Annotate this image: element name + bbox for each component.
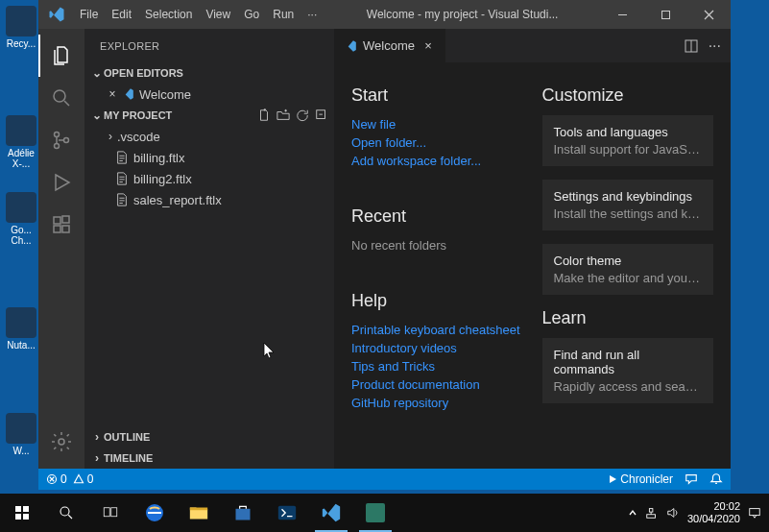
welcome-page: Start New file Open folder... Add worksp… [334,62,731,469]
taskbar-explorer[interactable] [177,494,221,532]
link-github[interactable]: GitHub repository [351,394,523,412]
file-icon [113,151,131,164]
svg-rect-30 [649,509,653,513]
refresh-icon[interactable] [296,109,309,122]
chevron-right-icon: › [90,451,104,465]
tray-notifications-icon[interactable] [748,506,761,520]
search-icon [50,86,73,109]
svg-point-2 [54,90,65,102]
activity-search[interactable] [38,77,84,119]
link-cheatsheet[interactable]: Printable keyboard cheatsheet [351,321,523,339]
tray-chevron-icon[interactable] [628,508,637,518]
taskbar-powershell[interactable] [265,494,309,532]
desktop-icon-recycle[interactable]: Recy... [2,6,40,49]
menu-edit[interactable]: Edit [105,0,138,29]
status-bell[interactable] [709,472,723,486]
timeline-section[interactable]: › TIMELINE [84,447,334,469]
recent-heading: Recent [351,206,523,227]
desktop-icon-chrome[interactable]: Go... Ch... [2,192,40,246]
open-editors-section[interactable]: ⌄ OPEN EDITORS [84,62,334,84]
maximize-button[interactable] [644,0,687,29]
link-docs[interactable]: Product documentation [351,375,523,394]
activity-extensions[interactable] [38,204,84,246]
card-color-theme[interactable]: Color theme Make the editor and your ... [542,244,714,295]
tray-volume-icon[interactable] [666,506,680,520]
source-control-icon [50,129,73,152]
file-billing2[interactable]: billing2.ftlx [84,168,334,189]
recent-empty: No recent folders [351,236,523,254]
play-icon [608,474,617,484]
close-icon[interactable]: × [106,87,119,101]
tab-close-icon[interactable]: × [421,38,436,53]
card-settings-keybindings[interactable]: Settings and keybindings Install the set… [542,180,714,230]
warning-icon [73,473,84,485]
close-button[interactable] [687,0,731,29]
menu-go[interactable]: Go [237,0,266,29]
svg-rect-20 [23,514,29,520]
ie-icon [143,501,166,524]
project-section[interactable]: ⌄ MY PROJECT [84,105,334,126]
svg-rect-19 [15,514,21,520]
file-sales-report[interactable]: sales_report.ftlx [84,189,334,210]
taskbar-ie[interactable] [132,494,177,532]
svg-rect-9 [62,226,69,232]
desktop-icon-adelie[interactable]: Adélie X-... [2,115,40,169]
chevron-right-icon: › [90,430,104,444]
desktop-icon-w[interactable]: W... [2,413,40,456]
status-feedback[interactable] [685,472,698,486]
card-find-commands[interactable]: Find and run all commands Rapidly access… [542,338,714,403]
open-editor-welcome[interactable]: × Welcome [84,84,334,105]
extensions-icon [50,213,73,236]
file-icon [113,172,131,185]
link-intro-videos[interactable]: Introductory videos [351,339,523,357]
new-file-icon[interactable] [257,109,271,122]
activity-settings[interactable] [38,421,84,463]
tray-network-icon[interactable] [645,506,659,520]
svg-rect-1 [662,11,670,18]
taskbar-search[interactable] [44,494,88,532]
link-tips[interactable]: Tips and Tricks [351,357,523,375]
collapse-icon[interactable] [315,109,328,122]
gear-icon [50,430,73,453]
split-editor-icon[interactable] [684,38,699,54]
vscode-file-icon [344,39,357,53]
svg-point-21 [60,507,69,516]
svg-line-3 [64,101,69,106]
taskbar-store[interactable] [221,494,265,532]
taskbar-taskview[interactable] [88,494,132,532]
menu-selection[interactable]: Selection [138,0,199,29]
outline-section[interactable]: › OUTLINE [84,426,334,447]
menu-run[interactable]: Run [266,0,300,29]
menu-view[interactable]: View [199,0,237,29]
status-errors[interactable]: 0 [46,472,67,486]
taskbar-vscode[interactable] [309,494,353,532]
activity-explorer[interactable] [38,35,84,77]
customize-heading: Customize [542,85,714,106]
svg-rect-7 [54,217,60,224]
desktop-icon-nuta[interactable]: Nuta... [2,307,40,351]
minimize-button[interactable] [601,0,644,29]
folder-vscode[interactable]: › .vscode [84,126,334,147]
start-button[interactable] [0,494,44,532]
svg-rect-23 [104,508,109,517]
menu-file[interactable]: File [73,0,105,29]
link-add-workspace[interactable]: Add workspace folder... [351,152,523,170]
taskbar: 20:02 30/04/2020 [0,494,769,532]
activity-debug[interactable] [38,161,84,204]
status-warnings[interactable]: 0 [73,472,94,486]
link-open-folder[interactable]: Open folder... [351,133,523,152]
taskbar-clock[interactable]: 20:02 30/04/2020 [687,500,740,525]
vscode-icon [321,502,342,523]
more-actions-icon[interactable]: ··· [709,37,721,55]
status-chronicler[interactable]: Chronicler [608,472,673,486]
card-tools-languages[interactable]: Tools and languages Install support for … [542,115,714,166]
taskbar-app[interactable] [353,494,397,532]
tab-welcome[interactable]: Welcome × [334,29,445,62]
activity-scm[interactable] [38,119,84,161]
file-billing[interactable]: billing.ftlx [84,147,334,168]
svg-rect-28 [278,506,296,520]
menu-more[interactable]: ··· [300,0,324,29]
link-new-file[interactable]: New file [351,115,523,133]
feedback-icon [685,472,698,486]
new-folder-icon[interactable] [276,109,290,122]
